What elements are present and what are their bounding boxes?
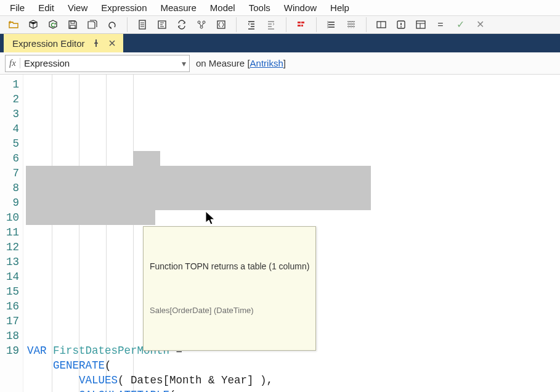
line-number: 7 [0,166,19,181]
panel-icon[interactable] [373,16,390,33]
app-window: FileEditViewExpressionMeasureModelToolsW… [0,0,560,392]
save-all-icon[interactable] [84,16,101,33]
svg-rect-11 [301,25,303,27]
line-number: 3 [0,107,19,121]
line-number: 9 [0,195,19,210]
menu-help[interactable]: Help [324,0,355,15]
tree-icon[interactable] [193,16,210,33]
menubar: FileEditViewExpressionMeasureModelToolsW… [0,0,560,16]
line-number: 1 [0,77,19,92]
cube-refresh-icon[interactable] [44,16,62,33]
selector-value: Expression [20,58,178,68]
menu-view[interactable]: View [62,0,94,15]
tooltip-line2: Sales[OrderDate] (DateTime) [150,303,309,318]
warning-icon[interactable] [392,16,410,33]
menu-expression[interactable]: Expression [95,0,153,15]
loop-icon[interactable] [173,16,190,33]
chevron-down-icon[interactable]: ▾ [178,59,189,68]
code-area[interactable]: Function TOPN returns a table (1 column)… [23,75,560,392]
line-number: 5 [0,136,19,151]
menu-model[interactable]: Model [204,0,241,15]
expression-selector[interactable]: fx Expression ▾ [5,55,190,72]
tab-expression-editor[interactable]: Expression Editor [4,34,123,52]
align-lines-icon[interactable] [343,16,360,33]
tabstrip: Expression Editor [0,34,560,52]
svg-point-5 [203,21,205,23]
menu-file[interactable]: File [4,0,31,15]
selector-row: fx Expression ▾ on Measure [Antriksh] [0,52,560,75]
line-number: 10 [0,210,19,225]
svg-rect-15 [416,21,425,28]
svg-rect-1 [70,25,75,28]
line-number: 16 [0,299,19,314]
line-number: 19 [0,343,19,358]
line-number: 18 [0,329,19,343]
save-icon[interactable] [64,16,81,33]
context-link[interactable]: Antriksh [250,58,283,68]
check-icon[interactable]: ✓ [452,16,469,33]
toolbar-separator [316,17,317,32]
format-icon[interactable] [153,16,171,33]
context-label: on Measure [Antriksh] [196,58,286,68]
layout-icon[interactable] [412,16,429,33]
toolbar: =✓✕ [0,16,560,34]
close-icon[interactable] [107,38,117,48]
line-number: 12 [0,240,19,255]
svg-rect-10 [298,25,301,27]
close-x-icon[interactable]: ✕ [471,16,489,33]
line-gutter: 12345678910111213141516171819 [0,75,23,392]
menu-window[interactable]: Window [278,0,323,15]
code-line[interactable]: VALUES( Dates[Month & Year] ), [27,373,560,388]
line-number: 4 [0,121,19,136]
mouse-cursor-icon [153,195,217,245]
doc-icon[interactable] [134,16,151,33]
menu-tools[interactable]: Tools [243,0,277,15]
line-number: 15 [0,284,19,299]
pin-icon[interactable] [91,38,101,48]
toolbar-separator [236,17,237,32]
svg-point-14 [400,27,402,28]
toolbar-separator [127,17,128,32]
menu-edit[interactable]: Edit [32,0,60,15]
svg-rect-8 [298,22,301,23]
align-icon[interactable] [323,16,340,33]
line-number: 17 [0,314,19,329]
code-line[interactable]: GENERATE( [27,358,560,373]
undo-icon[interactable] [103,16,121,33]
toolbar-separator [286,17,286,32]
code-line[interactable]: CALCULATETABLE( [27,388,560,392]
line-number: 6 [0,151,19,166]
indent-right-icon[interactable] [262,16,280,33]
line-number: 13 [0,255,19,269]
indent-left-icon[interactable] [243,16,260,33]
cube-add-icon[interactable] [25,16,42,33]
open-icon[interactable] [5,16,22,33]
tab-title: Expression Editor [12,38,85,49]
svg-point-4 [198,21,200,23]
equals-icon[interactable]: = [432,16,449,33]
tooltip-line1: Function TOPN returns a table (1 column) [150,259,309,274]
fx-icon: fx [6,58,20,68]
code-editor[interactable]: 12345678910111213141516171819 Function T… [0,75,560,392]
line-number: 14 [0,269,19,284]
svg-rect-9 [301,22,304,23]
line-number: 11 [0,225,19,240]
line-number: 2 [0,92,19,107]
script-icon[interactable] [213,16,230,33]
filter-red-icon[interactable] [293,16,310,33]
svg-rect-12 [377,22,386,28]
menu-measure[interactable]: Measure [154,0,202,15]
toolbar-separator [366,17,367,32]
line-number: 8 [0,181,19,195]
svg-point-6 [200,26,203,28]
